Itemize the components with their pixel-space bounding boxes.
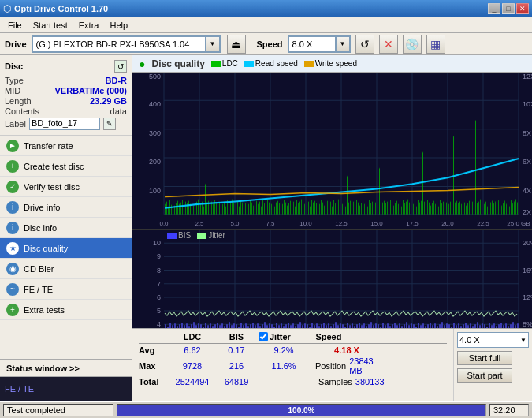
maximize-button[interactable]: □: [502, 3, 515, 14]
erase-button[interactable]: ✕: [379, 35, 398, 54]
disc-label-input[interactable]: BD_foto_17: [29, 118, 100, 130]
svg-rect-374: [326, 325, 327, 328]
sidebar-item-create-test-disc[interactable]: + Create test disc: [0, 156, 132, 177]
svg-rect-141: [329, 204, 329, 215]
speed-dropdown-arrow[interactable]: ▼: [520, 337, 526, 344]
svg-rect-440: [482, 323, 483, 328]
svg-rect-99: [261, 207, 262, 215]
svg-text:2X: 2X: [523, 208, 531, 216]
svg-rect-316: [188, 326, 190, 328]
svg-rect-201: [426, 204, 426, 215]
svg-rect-69: [213, 204, 214, 215]
svg-rect-256: [514, 202, 515, 215]
svg-rect-106: [273, 176, 273, 214]
svg-rect-149: [342, 204, 343, 215]
svg-rect-124: [301, 200, 302, 215]
drive-eject-button[interactable]: ⏏: [227, 35, 246, 54]
sidebar-item-drive-info[interactable]: i Drive info: [0, 197, 132, 218]
minimize-button[interactable]: _: [488, 3, 500, 14]
svg-text:8X: 8X: [523, 129, 531, 137]
svg-rect-100: [262, 200, 263, 215]
svg-rect-64: [205, 184, 206, 214]
start-full-button[interactable]: Start full: [457, 351, 512, 365]
svg-rect-84: [237, 202, 238, 215]
menu-start-test[interactable]: Start test: [28, 19, 73, 32]
svg-rect-131: [313, 203, 314, 215]
disc-button[interactable]: 💿: [403, 35, 422, 54]
svg-text:12.5: 12.5: [335, 220, 348, 227]
svg-rect-75: [222, 204, 223, 215]
sidebar-item-transfer-rate[interactable]: ► Transfer rate: [0, 136, 132, 156]
refresh-button[interactable]: ↺: [355, 35, 374, 54]
jitter-checkbox[interactable]: [259, 332, 268, 341]
svg-rect-448: [500, 323, 502, 328]
svg-text:17.5: 17.5: [406, 220, 419, 227]
svg-rect-399: [385, 325, 386, 328]
settings-button[interactable]: ▦: [426, 35, 445, 54]
svg-rect-237: [484, 204, 485, 215]
svg-rect-393: [370, 322, 372, 328]
svg-rect-102: [266, 202, 266, 215]
menu-extra[interactable]: Extra: [74, 19, 104, 32]
svg-rect-395: [375, 323, 377, 328]
svg-rect-355: [281, 323, 282, 328]
progress-fill: 100.0%: [117, 405, 485, 416]
svg-rect-248: [501, 206, 502, 215]
disc-quality-icon: ★: [6, 242, 19, 255]
svg-rect-405: [399, 323, 400, 328]
window-controls: _ □ ✕: [488, 3, 529, 14]
sidebar-item-disc-info[interactable]: i Disc info: [0, 218, 132, 238]
drive-select[interactable]: (G:) PLEXTOR BD-R PX-LB950SA 1.04: [32, 36, 206, 52]
speed-select[interactable]: 8.0 X: [288, 36, 336, 52]
svg-rect-333: [229, 322, 230, 328]
app-title: Opti Drive Control 1.70: [14, 4, 108, 13]
svg-rect-335: [233, 323, 235, 328]
svg-rect-258: [517, 203, 518, 215]
svg-rect-323: [205, 323, 206, 328]
svg-rect-139: [326, 203, 326, 215]
speed-dropdown-arrow[interactable]: ▼: [336, 36, 350, 52]
menu-help[interactable]: Help: [105, 19, 132, 32]
svg-text:25.0 GB: 25.0 GB: [507, 220, 530, 227]
svg-rect-389: [361, 325, 363, 328]
sidebar-item-fe-te[interactable]: ~ FE / TE: [0, 279, 132, 300]
svg-text:400: 400: [149, 100, 161, 108]
svg-rect-60: [198, 200, 199, 215]
svg-rect-213: [445, 200, 445, 215]
svg-rect-176: [385, 203, 386, 215]
svg-rect-416: [425, 326, 426, 328]
svg-text:12X: 12X: [523, 73, 532, 80]
disc-label-edit-button[interactable]: ✎: [103, 118, 116, 130]
start-part-button[interactable]: Start part: [457, 368, 512, 383]
transfer-rate-icon: ►: [6, 140, 19, 152]
drive-dropdown-arrow[interactable]: ▼: [206, 36, 220, 52]
svg-rect-191: [409, 203, 410, 215]
sidebar-item-disc-quality[interactable]: ★ Disc quality: [0, 238, 132, 259]
svg-rect-185: [400, 202, 400, 215]
svg-text:5: 5: [157, 307, 161, 315]
svg-rect-96: [256, 201, 257, 215]
close-button[interactable]: ✕: [516, 3, 529, 14]
status-window-button[interactable]: Status window >>: [0, 360, 132, 377]
svg-rect-145: [335, 203, 336, 215]
svg-rect-189: [406, 202, 407, 215]
svg-rect-148: [340, 203, 340, 215]
menu-file[interactable]: File: [3, 19, 27, 32]
extra-tests-icon: +: [6, 304, 19, 316]
svg-text:0.0: 0.0: [159, 220, 169, 227]
svg-rect-382: [344, 327, 346, 328]
svg-rect-63: [203, 207, 204, 215]
sidebar-item-verify-test-disc[interactable]: ✓ Verify test disc: [0, 177, 132, 197]
svg-rect-157: [355, 204, 355, 215]
disc-refresh-button[interactable]: ↺: [114, 60, 127, 73]
sidebar-item-cd-bler[interactable]: ◉ CD Bler: [0, 259, 132, 279]
menu-bar: File Start test Extra Help: [0, 17, 532, 33]
svg-rect-250: [504, 201, 505, 215]
svg-rect-214: [446, 203, 447, 215]
status-section: Status window >> FE / TE: [0, 359, 132, 401]
svg-rect-221: [458, 203, 459, 215]
svg-rect-177: [387, 202, 388, 215]
svg-rect-401: [389, 326, 391, 328]
sidebar-item-extra-tests[interactable]: + Extra tests: [0, 300, 132, 320]
svg-rect-407: [404, 324, 405, 328]
